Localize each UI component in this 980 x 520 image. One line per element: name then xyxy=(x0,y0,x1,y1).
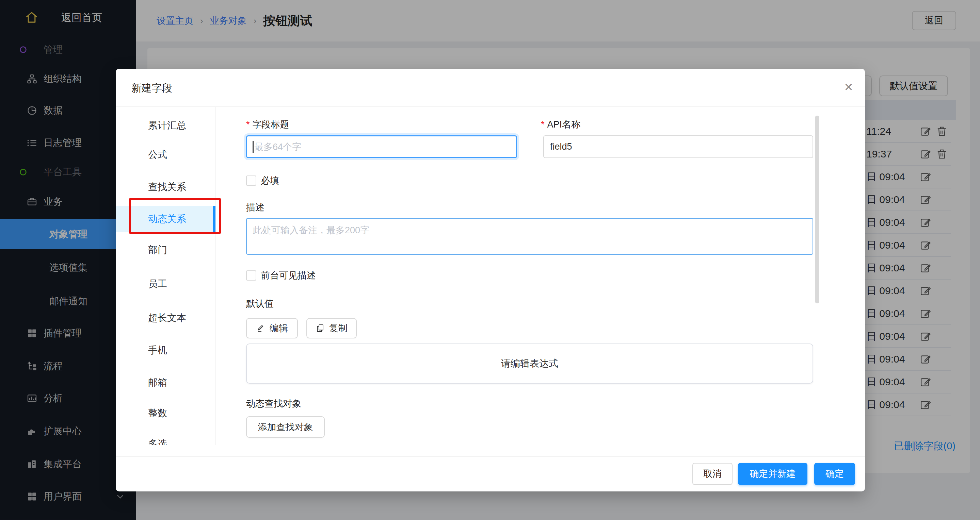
expression-editor-box[interactable]: 请编辑表达式 xyxy=(246,344,813,384)
required-mark: * xyxy=(246,119,250,130)
description-placeholder: 此处可输入备注，最多200字 xyxy=(253,225,369,235)
field-title-label: *字段标题 xyxy=(246,118,290,131)
pencil-icon xyxy=(256,323,266,333)
tab-duoxuan-partial[interactable]: 多选 xyxy=(116,431,215,445)
confirm-and-new-button[interactable]: 确定并新建 xyxy=(738,463,807,485)
tab-bumen[interactable]: 部门 xyxy=(116,237,215,263)
modal-footer-divider xyxy=(116,457,865,457)
expression-placeholder: 请编辑表达式 xyxy=(501,357,558,370)
new-field-modal: 新建字段 × 累计汇总 公式 查找关系 动态关系 部门 员工 超长文本 手机 邮… xyxy=(116,69,865,491)
copy-expression-button[interactable]: 复制 xyxy=(306,318,357,338)
tab-chaochangwenben[interactable]: 超长文本 xyxy=(116,305,215,331)
text-caret xyxy=(253,141,254,153)
tab-leijihuizong[interactable]: 累计汇总 xyxy=(116,113,215,138)
tab-dongtaiguanxi-active[interactable]: 动态关系 xyxy=(116,206,215,232)
confirm-button[interactable]: 确定 xyxy=(814,463,855,485)
field-title-input[interactable]: 最多64个字 xyxy=(246,135,517,158)
tab-zhaozhaoguanxi[interactable]: 查找关系 xyxy=(116,174,215,200)
required-checkbox-label[interactable]: 必填 xyxy=(261,175,279,186)
description-textarea[interactable]: 此处可输入备注，最多200字 xyxy=(246,218,813,255)
cancel-button[interactable]: 取消 xyxy=(692,463,733,485)
required-checkbox[interactable] xyxy=(246,176,256,186)
close-icon[interactable]: × xyxy=(840,79,857,96)
api-name-label: *API名称 xyxy=(541,118,581,131)
front-visible-checkbox[interactable] xyxy=(246,270,256,281)
copy-icon xyxy=(315,323,325,333)
add-lookup-object-button[interactable]: 添加查找对象 xyxy=(246,416,325,438)
field-title-placeholder: 最多64个字 xyxy=(254,141,301,153)
edit-expression-button[interactable]: 编辑 xyxy=(246,318,298,338)
modal-title: 新建字段 xyxy=(131,69,172,107)
tab-youxiang[interactable]: 邮箱 xyxy=(116,370,215,396)
tab-zhengshu[interactable]: 整数 xyxy=(116,400,215,426)
dynamic-lookup-label: 动态查找对象 xyxy=(246,398,301,410)
description-label: 描述 xyxy=(246,201,264,214)
front-visible-checkbox-label[interactable]: 前台可见描述 xyxy=(261,270,316,281)
default-value-label: 默认值 xyxy=(246,298,274,310)
tab-shouji[interactable]: 手机 xyxy=(116,338,215,363)
modal-header-divider xyxy=(116,106,865,107)
tab-gongshi[interactable]: 公式 xyxy=(116,142,215,168)
required-mark: * xyxy=(541,119,545,130)
modal-scrollbar-thumb[interactable] xyxy=(815,116,819,303)
api-name-input[interactable]: field5 xyxy=(543,135,813,158)
field-type-tab-list: 累计汇总 公式 查找关系 动态关系 部门 员工 超长文本 手机 邮箱 整数 多选 xyxy=(116,107,216,445)
tab-yuangong[interactable]: 员工 xyxy=(116,271,215,297)
